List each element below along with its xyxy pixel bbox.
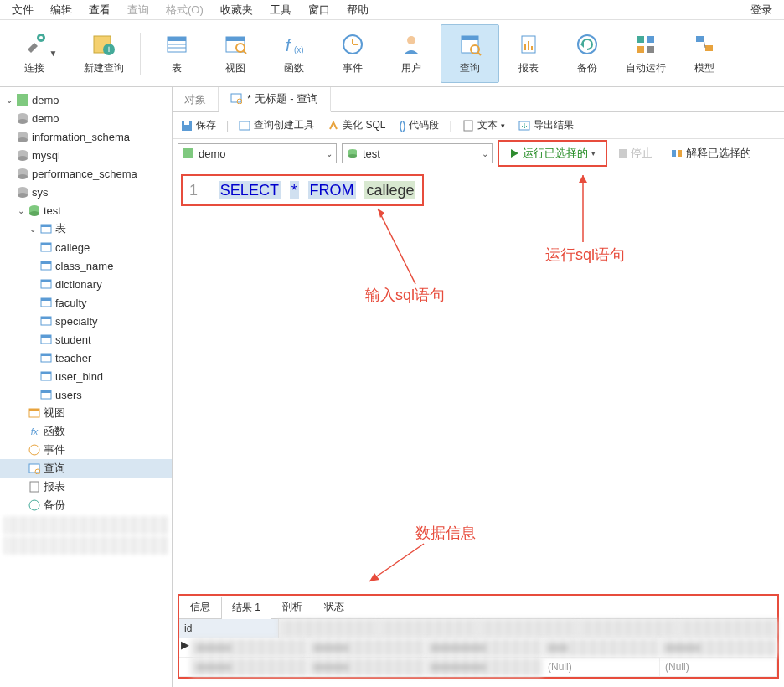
column-header[interactable]: xxxx [379, 619, 478, 638]
login-link[interactable]: 登录 [750, 3, 781, 18]
table-icon [39, 369, 54, 383]
query-builder-button[interactable]: 查询创建工具 [235, 116, 317, 134]
db-node[interactable]: sys [0, 183, 172, 201]
report-button[interactable]: 报表 [499, 24, 558, 83]
column-header[interactable]: xxxx [678, 619, 777, 638]
cell-null[interactable]: (Null) [543, 658, 660, 676]
db-node-test[interactable]: ⌄test [0, 201, 172, 220]
backups-node[interactable]: 备份 [0, 496, 172, 514]
function-button[interactable]: f(x) 函数 [265, 24, 323, 83]
menu-tools[interactable]: 工具 [261, 1, 300, 19]
svg-point-81 [29, 500, 39, 510]
column-header[interactable]: id [179, 619, 279, 638]
cell[interactable]: xxxxxxxxxxx [426, 658, 543, 676]
model-button[interactable]: 模型 [675, 24, 734, 83]
column-header[interactable]: xxxx [578, 619, 678, 638]
table-node[interactable]: class_name [0, 256, 172, 275]
text-dropdown[interactable]: 文本▾ [459, 116, 508, 134]
svg-line-12 [243, 50, 246, 54]
column-header[interactable]: xxxx [478, 619, 578, 638]
table-node[interactable]: student [0, 330, 172, 349]
svg-line-101 [369, 544, 424, 581]
cell[interactable]: xxxxxxx [660, 638, 777, 657]
menu-favorites[interactable]: 收藏夹 [212, 1, 261, 19]
new-query-icon: + [90, 31, 117, 58]
cell[interactable]: xxxxxxx [191, 638, 308, 657]
database-combo[interactable]: demo ⌄ [178, 143, 337, 163]
menu-file[interactable]: 文件 [3, 1, 42, 19]
user-button[interactable]: 用户 [382, 24, 441, 83]
tab-query[interactable]: * 无标题 - 查询 [219, 87, 331, 112]
autorun-button[interactable]: 自动运行 [616, 24, 675, 83]
table-node[interactable]: specialty [0, 312, 172, 330]
db-node[interactable]: performance_schema [0, 164, 172, 183]
cell[interactable]: xxxxxxxxxxx [426, 638, 543, 657]
query-button[interactable]: 查询 [441, 24, 499, 83]
database-open-icon [27, 204, 42, 217]
column-header[interactable]: xxxx [279, 619, 379, 638]
run-selected-button[interactable]: 运行已选择的▾ [501, 143, 604, 163]
report-icon [515, 31, 542, 58]
views-icon [27, 406, 42, 420]
save-button[interactable]: 保存 [178, 116, 219, 134]
cell[interactable]: xxxxxxx [308, 658, 426, 676]
table-button[interactable]: 表 [147, 24, 206, 83]
table-node[interactable]: callege [0, 238, 172, 256]
menu-format[interactable]: 格式(O) [157, 1, 212, 19]
result-tab-result1[interactable]: 结果 1 [221, 597, 271, 619]
menu-query[interactable]: 查询 [119, 1, 157, 19]
svg-rect-34 [705, 45, 713, 51]
svg-rect-85 [184, 121, 189, 125]
snippet-button[interactable]: ()代码段 [395, 116, 442, 134]
user-icon [398, 31, 425, 58]
schema-combo[interactable]: test ⌄ [342, 143, 493, 163]
table-node[interactable]: teacher [0, 349, 172, 367]
new-query-button[interactable]: + 新建查询 [75, 24, 133, 83]
sql-keyword: FROM [308, 181, 356, 199]
event-button[interactable]: 事件 [323, 24, 382, 83]
db-node[interactable]: demo [0, 109, 172, 127]
events-node[interactable]: 事件 [0, 441, 172, 459]
functions-node[interactable]: fx函数 [0, 422, 172, 441]
table-icon [39, 333, 54, 346]
connect-button[interactable]: 连接 ▼ [3, 24, 75, 83]
database-icon [15, 167, 30, 180]
backup-button[interactable]: 备份 [558, 24, 616, 83]
result-tab-status[interactable]: 状态 [313, 596, 355, 618]
result-tab-profile[interactable]: 剖析 [271, 596, 313, 618]
svg-point-42 [18, 137, 28, 142]
queries-node[interactable]: 查询 [0, 459, 172, 478]
svg-rect-29 [637, 36, 644, 43]
menu-view[interactable]: 查看 [80, 1, 119, 19]
cell-null[interactable]: (Null) [660, 658, 777, 676]
result-grid[interactable]: id xxxx xxxx xxxx xxxx xxxx ▶ xxxxxxx xx… [179, 619, 777, 677]
result-tab-info[interactable]: 信息 [179, 596, 221, 618]
svg-rect-78 [29, 464, 39, 473]
svg-rect-62 [41, 280, 51, 282]
beautify-sql-button[interactable]: 美化 SQL [324, 116, 389, 134]
tables-folder[interactable]: ⌄表 [0, 220, 172, 238]
tab-objects[interactable]: 对象 [173, 87, 219, 111]
svg-line-22 [477, 52, 481, 55]
views-node[interactable]: 视图 [0, 404, 172, 422]
connection-node[interactable]: ⌄demo [0, 90, 172, 109]
db-node[interactable]: information_schema [0, 127, 172, 146]
stop-button[interactable]: 停止 [612, 143, 659, 163]
table-node[interactable]: user_bind [0, 367, 172, 385]
cell[interactable]: xxxx [543, 638, 660, 657]
db-node[interactable]: mysql [0, 146, 172, 164]
menu-edit[interactable]: 编辑 [42, 1, 80, 19]
menu-window[interactable]: 窗口 [300, 1, 338, 19]
table-node[interactable]: users [0, 385, 172, 404]
view-button[interactable]: 视图 [206, 24, 265, 83]
cell[interactable]: xxxxxxx [191, 658, 308, 676]
export-button[interactable]: 导出结果 [515, 116, 577, 134]
menu-help[interactable]: 帮助 [338, 1, 377, 19]
sql-editor[interactable]: 1 SELECT * FROM callege [181, 174, 424, 206]
reports-node[interactable]: 报表 [0, 478, 172, 496]
table-icon [163, 31, 190, 58]
explain-button[interactable]: 解释已选择的 [664, 143, 758, 163]
cell[interactable]: xxxxxxx [308, 638, 426, 657]
table-node[interactable]: dictionary [0, 275, 172, 293]
table-node[interactable]: faculty [0, 293, 172, 312]
